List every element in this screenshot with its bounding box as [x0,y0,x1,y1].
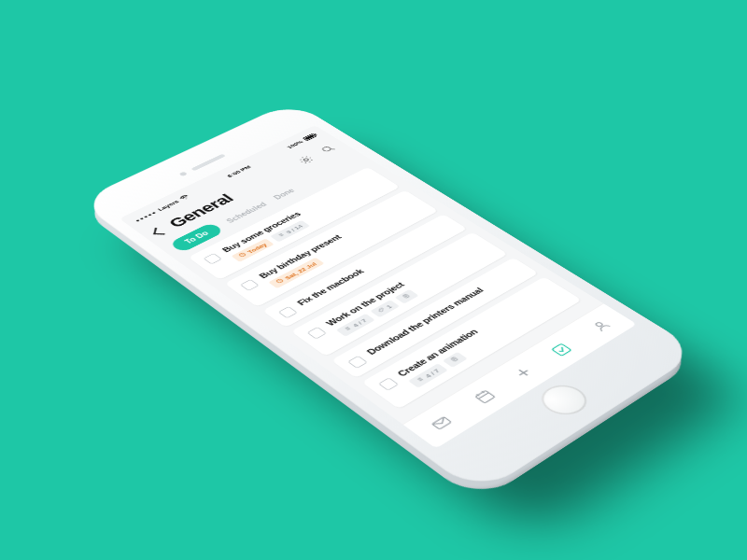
doc-icon [401,293,414,301]
add-button[interactable]: + [511,365,537,382]
clock-icon [275,277,287,285]
task-badge [443,352,468,368]
svg-rect-11 [552,343,571,356]
task-badges: 4 / 71 [336,288,420,336]
badge-text: 4 / 7 [423,368,442,379]
profile-icon[interactable] [586,316,615,334]
svg-rect-8 [451,357,458,362]
task-badge: 4 / 7 [408,363,447,387]
svg-rect-7 [402,294,409,298]
mail-icon[interactable] [426,413,457,433]
svg-rect-1 [304,134,315,140]
wifi-icon [178,194,190,201]
clock-icon [237,251,249,259]
home-button[interactable] [532,379,596,420]
phone-mockup: ●●●●● Layers 6:00 PM 100% General [78,101,700,495]
task-checkbox[interactable] [378,377,399,390]
search-icon[interactable] [317,143,340,156]
task-badge [395,289,419,304]
badge-text: 4 / 7 [351,317,369,329]
list-icon [415,375,428,384]
task-checkbox[interactable] [278,306,298,318]
task-badge: 4 / 7 [336,314,375,337]
task-title: Create an animation [395,328,480,378]
list-icon [342,325,355,333]
badge-text: Today [246,242,268,255]
back-icon[interactable] [153,228,166,235]
task-checkbox[interactable] [240,279,260,291]
list-icon [275,231,288,239]
svg-point-3 [303,158,310,161]
badge-text: 1 [384,303,393,309]
badge-text: 9 / 14 [284,223,304,234]
task-badge: 1 [370,300,400,317]
task-badges: 4 / 7 [408,336,494,388]
calendar-icon[interactable] [470,387,500,407]
tab-done[interactable]: Done [272,188,296,201]
task-title: Download the printers manual [364,287,485,357]
task-title: Work on the project [324,281,406,328]
svg-rect-10 [475,391,495,404]
task-card[interactable]: Create an animation4 / 7 [361,276,582,409]
svg-point-4 [321,147,331,152]
gear-icon[interactable] [295,153,318,166]
task-card[interactable]: Download the printers manual [331,258,539,378]
svg-point-6 [275,278,283,283]
svg-rect-9 [432,417,452,429]
task-checkbox[interactable] [347,356,368,369]
task-checkbox[interactable] [306,327,327,340]
attach-icon [375,306,388,315]
svg-point-12 [595,322,603,328]
task-title: Fix the macbook [295,268,366,307]
task-checkbox[interactable] [203,253,222,264]
doc-icon [448,356,461,364]
phone-camera [178,172,188,176]
tasks-icon[interactable] [547,341,576,359]
screen: ●●●●● Layers 6:00 PM 100% General [120,125,637,448]
phone-speaker [190,154,225,171]
